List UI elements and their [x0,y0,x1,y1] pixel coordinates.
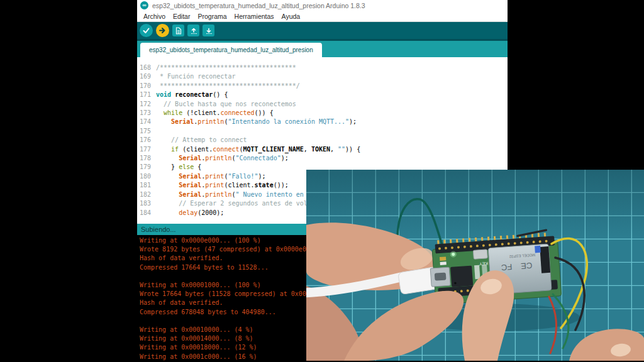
arduino-logo-icon: ∞ [140,1,148,9]
line-number: 179 [137,163,154,172]
line-number: 174 [137,118,154,126]
line-number: 173 [137,109,154,118]
check-icon [142,26,150,35]
window-title: esp32_ubidots_temperatura_humedad_luz_al… [152,2,365,9]
status-text: Subiendo... [141,226,176,233]
ce-marking: CE [520,261,532,271]
menu-item-programa[interactable]: Programa [194,13,230,20]
line-number: 170 [137,82,154,90]
line-number: 180 [137,172,154,181]
line-number: 172 [137,100,154,109]
line-number: 175 [137,127,154,136]
line-number: 181 [137,181,154,190]
title-bar: ∞ esp32_ubidots_temperatura_humedad_luz_… [137,0,508,11]
code-line: 171void reconectar() { [137,90,508,99]
verify-button[interactable] [140,24,153,37]
document-icon [175,27,182,35]
chip [450,266,473,287]
webcam-scene: KEY CE FC MODEL ESP32 [306,170,644,361]
line-number: 171 [137,90,154,99]
toolbar [137,22,508,41]
upload-button[interactable] [156,24,169,37]
tab-strip: esp32_ubidots_temperatura_humedad_luz_al… [137,41,508,57]
menu-bar: ArchivoEditarProgramaHerramientasAyuda [137,11,508,22]
code-line: 176 // Attemp to connect [137,136,508,145]
line-number: 168 [137,63,154,72]
arrow-right-icon [158,26,167,35]
code-line: 169 * Función reconectar [137,72,508,81]
arrow-up-icon [190,27,197,35]
line-number: 183 [137,199,154,208]
line-number: 177 [137,145,154,154]
boot-button [473,250,487,260]
code-line: 175 [137,127,508,136]
code-line: 172 // Bucle hasta que nos reconectemos [137,100,508,109]
code-line: 177 if (client.connect(MQTT_CLIENT_NAME,… [137,145,508,154]
line-number: 182 [137,190,154,199]
code-line: 178 Serial.println("Connectado"); [137,154,508,163]
line-number: 184 [137,209,154,217]
sketch-tab[interactable]: esp32_ubidots_temperatura_humedad_luz_al… [140,43,322,57]
line-number: 178 [137,154,154,163]
webcam-overlay: KEY CE FC MODEL ESP32 [306,170,644,361]
menu-item-editar[interactable]: Editar [169,13,194,20]
line-number: 176 [137,136,154,145]
new-sketch-button[interactable] [172,25,184,36]
menu-item-ayuda[interactable]: Ayuda [278,13,304,20]
sketch-tab-label: esp32_ubidots_temperatura_humedad_luz_al… [149,47,313,53]
open-button[interactable] [187,25,199,36]
save-button[interactable] [203,25,214,36]
menu-item-herramientas[interactable]: Herramientas [231,13,278,20]
fc-marking: FC [501,262,513,272]
code-line: 168/************************************ [137,63,508,72]
menu-item-archivo[interactable]: Archivo [140,13,169,20]
code-line: 170 ************************************… [137,82,508,90]
screen: ∞ esp32_ubidots_temperatura_humedad_luz_… [0,0,644,362]
arrow-down-icon [205,27,213,35]
line-number: 169 [137,72,154,81]
code-line: 174 Serial.println("Intentando la conexi… [137,118,508,126]
code-line: 173 while (!client.connected()) { [137,109,508,118]
